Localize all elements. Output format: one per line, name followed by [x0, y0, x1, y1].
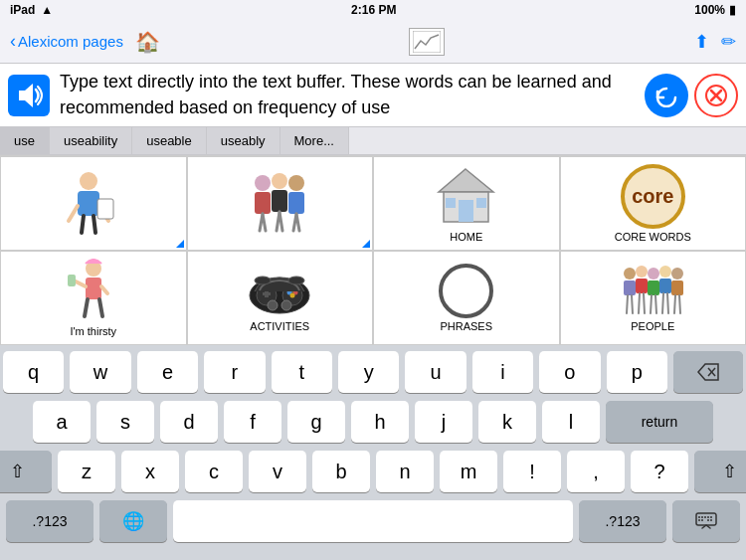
- key-j[interactable]: j: [415, 401, 472, 443]
- key-exclaim[interactable]: !: [503, 451, 561, 492]
- backspace-key[interactable]: [673, 351, 743, 393]
- key-l[interactable]: l: [542, 401, 600, 443]
- numbers-key-right[interactable]: .?123: [579, 500, 666, 542]
- svg-rect-26: [459, 200, 473, 222]
- key-f[interactable]: f: [224, 401, 281, 443]
- home-icon[interactable]: 🏠: [135, 30, 160, 54]
- key-h[interactable]: h: [351, 401, 409, 443]
- shift-key-left[interactable]: ⇧: [0, 451, 52, 492]
- suggestion-useability[interactable]: useability: [50, 127, 132, 154]
- nav-bar: ‹ Alexicom pages 🏠 ⬆ ✏: [0, 20, 746, 64]
- grid-wrapper: HOME core CORE WORDS: [0, 155, 746, 345]
- battery-percent: 100%: [694, 3, 725, 17]
- key-v[interactable]: v: [249, 451, 306, 492]
- svg-point-44: [290, 293, 295, 298]
- back-button[interactable]: ‹ Alexicom pages: [10, 31, 123, 52]
- keyboard-dismiss-key[interactable]: [672, 500, 740, 542]
- space-key[interactable]: [173, 500, 573, 542]
- svg-rect-11: [97, 199, 113, 219]
- key-question[interactable]: ?: [631, 451, 688, 492]
- svg-line-34: [85, 299, 88, 316]
- people-icon: [618, 264, 687, 318]
- suggestion-use[interactable]: use: [0, 127, 50, 154]
- key-i[interactable]: i: [472, 351, 533, 393]
- corner-indicator: [362, 240, 370, 248]
- suggestion-useably[interactable]: useably: [207, 127, 280, 154]
- phrases-label: PHRASES: [440, 320, 492, 332]
- return-key[interactable]: return: [606, 401, 713, 443]
- key-y[interactable]: y: [338, 351, 399, 393]
- key-p[interactable]: p: [607, 351, 667, 393]
- key-z[interactable]: z: [58, 451, 115, 492]
- svg-rect-56: [659, 279, 671, 293]
- keyboard-row-2: a s d f g h j k l return: [3, 401, 743, 443]
- key-m[interactable]: m: [440, 451, 497, 492]
- svg-point-47: [255, 277, 271, 284]
- grid-cell-people[interactable]: PEOPLE: [560, 251, 747, 345]
- house-icon: [434, 164, 498, 229]
- key-a[interactable]: a: [33, 401, 91, 443]
- key-t[interactable]: t: [272, 351, 332, 393]
- key-u[interactable]: u: [405, 351, 466, 393]
- svg-rect-32: [68, 275, 76, 286]
- svg-line-33: [101, 286, 107, 293]
- speaker-button[interactable]: [8, 75, 50, 116]
- grid-cell-person[interactable]: [0, 156, 187, 251]
- core-text: core: [632, 185, 673, 208]
- nav-center-icon[interactable]: [409, 28, 445, 56]
- key-comma[interactable]: ,: [567, 451, 625, 492]
- suggestion-bar: use useability useable useably More...: [0, 127, 746, 155]
- key-x[interactable]: x: [121, 451, 179, 492]
- svg-line-62: [644, 293, 645, 313]
- grid-cell-home[interactable]: HOME: [373, 156, 560, 251]
- svg-line-15: [263, 214, 266, 231]
- key-b[interactable]: b: [312, 451, 370, 492]
- svg-line-19: [280, 212, 282, 231]
- key-g[interactable]: g: [287, 401, 345, 443]
- svg-rect-13: [255, 192, 271, 214]
- undo-button[interactable]: [645, 74, 688, 117]
- key-w[interactable]: w: [70, 351, 130, 393]
- key-c[interactable]: c: [185, 451, 243, 492]
- svg-rect-54: [648, 280, 659, 295]
- svg-point-55: [659, 266, 671, 278]
- corner-indicator: [176, 240, 184, 248]
- close-button[interactable]: [694, 74, 738, 117]
- key-k[interactable]: k: [478, 401, 536, 443]
- suggestion-useable[interactable]: useable: [132, 127, 207, 154]
- action-buttons: [645, 74, 738, 117]
- svg-marker-69: [698, 364, 718, 380]
- grid-cell-phrases[interactable]: PHRASES: [373, 251, 560, 345]
- gamepad-icon: [245, 264, 314, 318]
- grid-cell-activities[interactable]: ACTIVITIES: [187, 251, 374, 345]
- text-buffer[interactable]: Type text directly into the text buffer.…: [60, 70, 635, 119]
- svg-rect-52: [636, 279, 648, 293]
- grid-cell-thirsty[interactable]: I'm thirsty: [0, 251, 187, 345]
- shift-key-right[interactable]: ⇧: [694, 451, 746, 492]
- svg-rect-40: [265, 290, 269, 297]
- key-s[interactable]: s: [96, 401, 154, 443]
- grid-cell-teens[interactable]: [187, 156, 374, 251]
- key-q[interactable]: q: [3, 351, 64, 393]
- svg-point-20: [288, 175, 304, 191]
- activities-label: ACTIVITIES: [250, 320, 309, 332]
- key-r[interactable]: r: [204, 351, 265, 393]
- key-n[interactable]: n: [376, 451, 434, 492]
- numbers-key[interactable]: .?123: [6, 500, 93, 542]
- key-e[interactable]: e: [137, 351, 198, 393]
- back-label: Alexicom pages: [18, 33, 123, 50]
- grid-cell-core-words[interactable]: core CORE WORDS: [560, 156, 747, 251]
- back-arrow-icon: ‹: [10, 31, 16, 52]
- svg-point-51: [636, 266, 648, 278]
- svg-point-57: [671, 268, 683, 280]
- suggestion-more-button[interactable]: More...: [280, 127, 349, 154]
- nav-left: ‹ Alexicom pages 🏠: [10, 30, 160, 54]
- edit-icon[interactable]: ✏: [721, 31, 736, 53]
- key-o[interactable]: o: [539, 351, 600, 393]
- status-time: 2:16 PM: [351, 3, 396, 17]
- share-icon[interactable]: ⬆: [694, 31, 709, 53]
- svg-rect-21: [288, 192, 304, 214]
- svg-line-59: [627, 295, 628, 313]
- key-d[interactable]: d: [160, 401, 218, 443]
- globe-key[interactable]: 🌐: [99, 500, 167, 542]
